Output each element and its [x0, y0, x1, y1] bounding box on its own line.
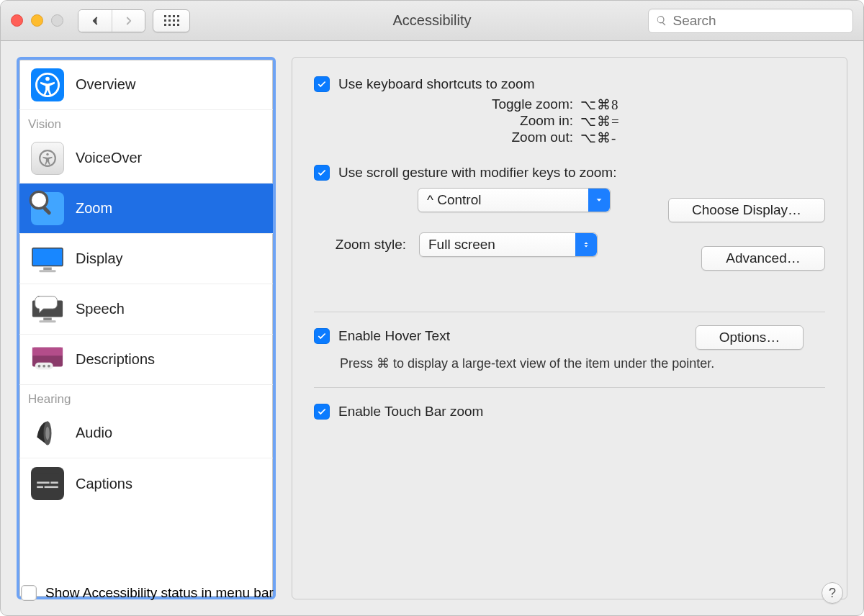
stepper-icon — [575, 233, 597, 256]
svg-rect-25 — [45, 486, 58, 488]
audio-icon — [31, 417, 64, 450]
svg-point-3 — [46, 153, 48, 155]
sidebar-item-label: VoiceOver — [76, 150, 142, 166]
sidebar-item-voiceover[interactable]: VoiceOver — [19, 133, 273, 184]
search-field[interactable] — [648, 9, 853, 33]
svg-point-16 — [38, 364, 41, 367]
back-button[interactable] — [78, 10, 112, 32]
voiceover-icon — [31, 142, 64, 175]
search-input[interactable] — [672, 13, 845, 29]
grid-icon — [164, 15, 179, 26]
checkmark-icon — [317, 168, 327, 178]
sidebar-item-label: Speech — [76, 301, 125, 317]
zoom-settings-panel: Use keyboard shortcuts to zoom Toggle zo… — [292, 57, 847, 599]
svg-point-17 — [42, 364, 45, 367]
footer: Show Accessibility status in menu bar ? — [21, 582, 843, 604]
sidebar-item-descriptions[interactable]: Descriptions — [19, 335, 273, 385]
checkbox-label: Enable Hover Text — [338, 328, 450, 344]
touchbar-zoom-checkbox[interactable] — [314, 404, 330, 420]
svg-rect-8 — [43, 267, 52, 270]
sidebar-item-zoom[interactable]: Zoom — [19, 184, 273, 234]
shortcut-value: ⌥⌘= — [580, 113, 620, 130]
hover-text-hint: Press ⌘ to display a large-text view of … — [340, 355, 825, 371]
sidebar-item-captions[interactable]: Captions — [19, 458, 273, 509]
checkmark-icon — [317, 79, 327, 89]
sidebar-item-audio[interactable]: Audio — [19, 408, 273, 458]
choose-display-button[interactable]: Choose Display… — [668, 198, 825, 222]
preferences-window: Accessibility Overview Vision — [0, 0, 864, 616]
button-label: Advanced… — [726, 250, 801, 266]
svg-point-18 — [48, 364, 50, 367]
speech-icon — [31, 293, 64, 326]
field-label: Zoom style: — [314, 237, 406, 253]
search-icon — [656, 14, 667, 27]
zoom-style-dropdown[interactable]: Full screen — [419, 232, 598, 257]
chevron-down-icon — [588, 189, 610, 212]
scroll-gesture-checkbox[interactable] — [314, 165, 330, 181]
shortcut-value: ⌥⌘8 — [580, 96, 619, 113]
keyboard-shortcuts-checkbox-row[interactable]: Use keyboard shortcuts to zoom — [314, 76, 825, 92]
menubar-status-checkbox-row[interactable]: Show Accessibility status in menu bar — [21, 585, 274, 601]
display-icon — [31, 243, 64, 276]
sidebar-item-speech[interactable]: Speech — [19, 284, 273, 335]
checkbox-label: Use scroll gesture with modifier keys to… — [338, 165, 616, 181]
captions-icon — [31, 467, 64, 500]
forward-button[interactable] — [112, 10, 145, 32]
help-icon: ? — [829, 586, 836, 601]
svg-point-20 — [45, 426, 50, 439]
zoom-window-button — [51, 14, 63, 27]
checkmark-icon — [317, 407, 327, 417]
scroll-gesture-checkbox-row[interactable]: Use scroll gesture with modifier keys to… — [314, 165, 825, 181]
show-all-button[interactable] — [153, 9, 190, 32]
nav-segment — [78, 9, 145, 32]
sidebar-item-label: Zoom — [76, 200, 112, 217]
minimize-window-button[interactable] — [31, 14, 43, 27]
svg-point-1 — [45, 76, 50, 81]
hover-text-options-button[interactable]: Options… — [696, 325, 804, 350]
accessibility-icon — [31, 68, 64, 101]
shortcut-value: ⌥⌘- — [580, 130, 616, 146]
hover-text-checkbox[interactable] — [314, 328, 330, 344]
descriptions-icon — [31, 343, 64, 376]
sidebar-item-display[interactable]: Display — [19, 234, 273, 284]
svg-rect-9 — [40, 270, 56, 272]
sidebar-item-overview[interactable]: Overview — [19, 60, 273, 110]
checkbox-label: Use keyboard shortcuts to zoom — [338, 76, 534, 92]
separator — [314, 387, 825, 388]
help-button[interactable]: ? — [822, 582, 843, 604]
separator — [314, 312, 825, 312]
hover-text-checkbox-row[interactable]: Enable Hover Text Options… — [314, 328, 825, 344]
menubar-status-checkbox[interactable] — [21, 585, 37, 601]
sidebar-item-label: Overview — [76, 76, 135, 93]
sidebar-item-label: Descriptions — [76, 351, 155, 368]
sidebar-section-vision: Vision — [19, 110, 273, 133]
svg-rect-6 — [32, 248, 63, 266]
section-label: Hearing — [28, 392, 71, 407]
shortcut-key: Toggle zoom: — [314, 96, 580, 113]
touchbar-zoom-checkbox-row[interactable]: Enable Touch Bar zoom — [314, 404, 825, 420]
section-label: Vision — [28, 117, 61, 132]
close-window-button[interactable] — [11, 14, 23, 27]
sidebar-item-label: Display — [76, 250, 123, 267]
advanced-button[interactable]: Advanced… — [701, 246, 825, 271]
window-controls — [11, 14, 63, 27]
svg-rect-22 — [37, 481, 49, 484]
shortcut-list: Toggle zoom:⌥⌘8 Zoom in:⌥⌘= Zoom out:⌥⌘- — [314, 96, 825, 146]
checkbox-label: Show Accessibility status in menu bar — [45, 585, 274, 601]
modifier-key-dropdown[interactable]: ^ Control — [418, 188, 611, 212]
zoom-icon — [31, 192, 64, 225]
svg-rect-12 — [40, 320, 56, 322]
svg-rect-24 — [37, 486, 43, 488]
button-label: Choose Display… — [692, 202, 801, 218]
dropdown-value: ^ Control — [427, 192, 481, 208]
checkmark-icon — [317, 331, 327, 341]
keyboard-shortcuts-checkbox[interactable] — [314, 76, 330, 92]
svg-point-4 — [30, 191, 47, 208]
category-sidebar: Overview Vision VoiceOver Zoom — [17, 57, 276, 599]
sidebar-item-label: Captions — [76, 476, 132, 492]
shortcut-key: Zoom out: — [314, 130, 580, 146]
dropdown-value: Full screen — [428, 237, 495, 253]
checkbox-label: Enable Touch Bar zoom — [338, 404, 483, 420]
svg-rect-5 — [42, 206, 52, 215]
titlebar: Accessibility — [1, 1, 863, 41]
